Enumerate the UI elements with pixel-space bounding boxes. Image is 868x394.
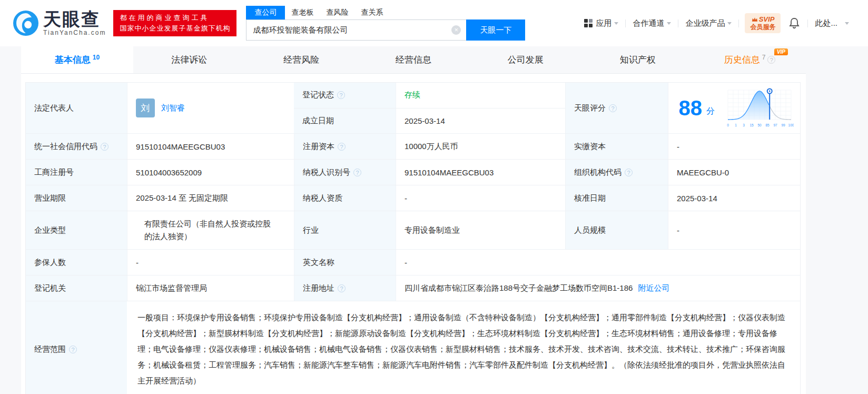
help-icon[interactable]: ? xyxy=(101,143,108,151)
nav-enterprise-products[interactable]: 企业级产品 xyxy=(681,18,736,28)
nav-apps[interactable]: 应用 xyxy=(580,18,623,28)
reg-status-value: 存续 xyxy=(396,83,565,108)
nav-enterprise-label: 企业级产品 xyxy=(685,18,725,28)
reg-address-label: 注册地址? xyxy=(294,275,396,301)
search-tab-relation[interactable]: 查关系 xyxy=(354,6,389,19)
nav-partner-channel[interactable]: 合作通道 xyxy=(628,18,675,28)
establish-date-label: 成立日期 xyxy=(294,109,396,134)
slogan-badge: 都在用的商业查询工具 国家中小企业发展子基金旗下机构 xyxy=(113,10,236,36)
reg-authority-label: 登记机关 xyxy=(26,275,127,301)
tianyancha-logo-icon xyxy=(13,10,39,36)
help-icon[interactable]: ? xyxy=(338,143,346,151)
svip-member-button[interactable]: SVIP 会员服务 xyxy=(745,13,781,33)
search-tab-risk[interactable]: 查风险 xyxy=(320,6,354,19)
tab-label: 知识产权 xyxy=(620,54,656,66)
staff-size-label: 人员规模 xyxy=(565,211,668,249)
company-type-value: 有限责任公司（非自然人投资或控股的法人独资） xyxy=(127,211,294,249)
table-row: 登记状态? 存续 xyxy=(294,83,565,108)
business-scope-value: 一般项目：环境保护专用设备销售；环境保护专用设备制造【分支机构经营】；通用设备制… xyxy=(127,301,800,394)
company-profile-card: 法定代表人 刘 刘智睿 登记状态? 存续 xyxy=(21,74,806,394)
tianyancha-logo[interactable]: 天眼查 TianYanCha.com xyxy=(13,10,106,36)
tab-label: 基本信息 xyxy=(55,54,91,66)
divider xyxy=(738,19,739,27)
avatar[interactable]: 刘 xyxy=(136,98,155,117)
help-icon[interactable]: ? xyxy=(337,91,345,99)
search-tab-boss[interactable]: 查老板 xyxy=(285,6,320,19)
tab-intellectual-property[interactable]: 知识产权 xyxy=(581,46,694,73)
tab-operating-risk[interactable]: 经营风险 xyxy=(245,46,358,73)
insured-count-value: - xyxy=(127,250,294,275)
score-label: 天眼评分? xyxy=(565,83,668,133)
help-icon[interactable]: ? xyxy=(353,169,361,176)
table-row: 经营范围? 一般项目：环境保护专用设备销售；环境保护专用设备制造【分支机构经营】… xyxy=(26,301,800,394)
establish-date-value: 2025-03-14 xyxy=(396,109,565,134)
search-input[interactable] xyxy=(246,19,466,41)
paid-capital-label: 实缴资本 xyxy=(565,134,668,159)
apps-grid-icon xyxy=(584,19,593,27)
section-tabbar: 基本信息 10 法律诉讼 经营风险 经营信息 公司发展 知识产权 VIP 历史信… xyxy=(21,46,806,74)
score-value: 88 分 0131550859799100 xyxy=(668,83,800,133)
table-row: 登记机关 锦江市场监督管理局 注册地址? 四川省成都市锦江区泰治路188号交子金… xyxy=(26,275,800,301)
paid-capital-value: - xyxy=(668,134,800,159)
nav-apps-label: 应用 xyxy=(596,18,611,28)
tab-label: 经营风险 xyxy=(283,54,319,66)
help-icon[interactable]: ? xyxy=(767,56,775,64)
tab-legal-proceedings[interactable]: 法律诉讼 xyxy=(133,46,245,73)
table-row: 统一社会信用代码? 91510104MAEEGCBU03 注册资本? 10000… xyxy=(26,134,800,160)
org-code-label: 组织机构代码? xyxy=(565,160,668,185)
taxpayer-qualification-label: 纳税人资质 xyxy=(294,185,396,211)
reg-capital-value: 10000万人民币 xyxy=(396,134,565,159)
tab-business-info[interactable]: 经营信息 xyxy=(358,46,470,73)
chevron-down-icon xyxy=(614,22,618,25)
tab-history-info[interactable]: VIP 历史信息 7 ? xyxy=(694,46,806,73)
business-scope-label: 经营范围? xyxy=(26,301,127,394)
logo-text: 天眼查 TianYanCha.com xyxy=(43,10,106,36)
search-button[interactable]: 天眼一下 xyxy=(466,19,525,41)
english-name-label: 英文名称 xyxy=(294,250,396,275)
tab-label: 法律诉讼 xyxy=(171,54,207,66)
status-date-subtable: 登记状态? 存续 成立日期 2025-03-14 xyxy=(294,83,565,133)
legal-rep-label: 法定代表人 xyxy=(26,83,127,133)
brand-domain: TianYanCha.com xyxy=(43,29,106,36)
tab-basic-info[interactable]: 基本信息 10 xyxy=(21,46,133,73)
help-icon[interactable]: ? xyxy=(338,284,346,292)
top-nav: 应用 合作通道 企业级产品 SVIP 会员服务 xyxy=(580,13,853,33)
reg-authority-value: 锦江市场监督管理局 xyxy=(127,275,294,301)
help-icon[interactable]: ? xyxy=(625,169,633,176)
page: 天眼查 TianYanCha.com 都在用的商业查询工具 国家中小企业发展子基… xyxy=(0,0,868,394)
industry-label: 行业 xyxy=(294,211,396,249)
taxpayer-qualification-value: - xyxy=(396,185,565,211)
score-distribution-chart: 0131550859799100 xyxy=(726,87,794,129)
search-row: × 天眼一下 xyxy=(246,19,525,41)
svg-text:3: 3 xyxy=(743,123,745,127)
crown-icon xyxy=(752,17,758,22)
site-header: 天眼查 TianYanCha.com 都在用的商业查询工具 国家中小企业发展子基… xyxy=(0,0,868,46)
help-icon[interactable]: ? xyxy=(69,346,77,353)
company-type-label: 企业类型 xyxy=(26,211,127,249)
svg-text:100: 100 xyxy=(788,123,794,127)
tab-count: 10 xyxy=(93,54,100,61)
english-name-value: - xyxy=(396,250,800,275)
tab-label: 经营信息 xyxy=(396,54,431,66)
taxpayer-id-label: 纳税人识别号? xyxy=(294,160,396,185)
divider xyxy=(625,19,626,27)
reg-address-value: 四川省成都市锦江区泰治路188号交子金融梦工场数币空间B1-186 附近公司 xyxy=(396,275,800,301)
search-tabs: 查公司 查老板 查风险 查关系 xyxy=(246,6,525,19)
nearby-companies-link[interactable]: 附近公司 xyxy=(638,283,669,293)
tab-company-development[interactable]: 公司发展 xyxy=(469,46,581,73)
uscc-value: 91510104MAEEGCBU03 xyxy=(127,134,294,159)
svip-label: SVIP xyxy=(759,15,775,23)
search-area: 查公司 查老板 查风险 查关系 × 天眼一下 xyxy=(246,6,525,41)
chevron-down-icon xyxy=(667,22,671,25)
reg-capital-label: 注册资本? xyxy=(294,134,396,159)
svip-sublabel: 会员服务 xyxy=(750,23,775,31)
brand-name: 天眼查 xyxy=(43,10,106,28)
tab-label: 历史信息 xyxy=(724,54,760,66)
nav-user-menu[interactable]: 此处... xyxy=(811,18,853,28)
notifications-button[interactable] xyxy=(784,17,805,29)
help-icon[interactable]: ? xyxy=(609,104,617,112)
table-row: 工商注册号 510104003652009 纳税人识别号? 91510104MA… xyxy=(26,160,800,185)
legal-rep-link[interactable]: 刘智睿 xyxy=(161,103,185,113)
uscc-label: 统一社会信用代码? xyxy=(26,134,127,159)
search-tab-company[interactable]: 查公司 xyxy=(246,6,285,19)
